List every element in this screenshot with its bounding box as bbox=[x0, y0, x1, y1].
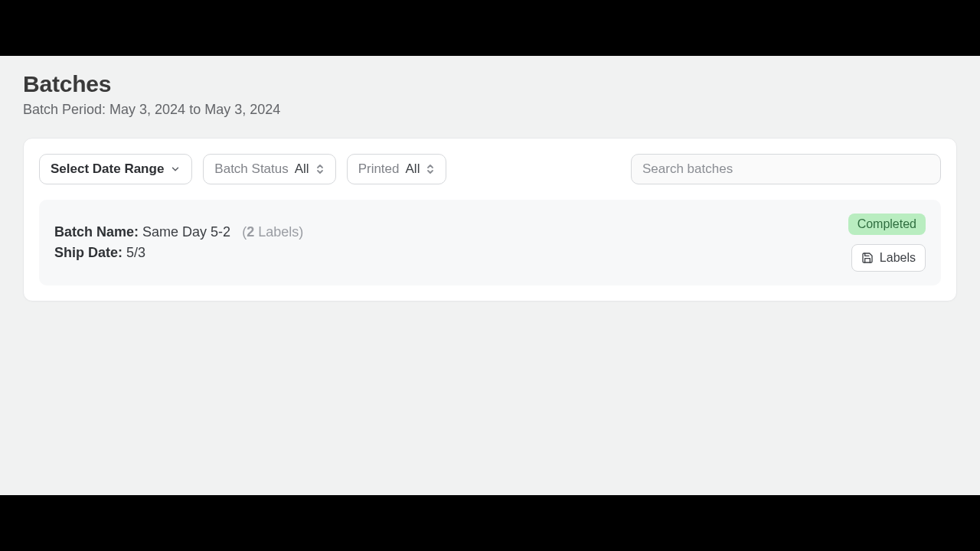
page-title: Batches bbox=[23, 71, 957, 97]
ship-date-line: Ship Date: 5/3 bbox=[54, 245, 303, 261]
letterbox-top bbox=[0, 0, 980, 56]
chevron-down-icon bbox=[170, 164, 181, 174]
labels-button-label: Labels bbox=[880, 251, 916, 265]
batch-name-key: Batch Name: bbox=[54, 224, 139, 240]
batch-status-select[interactable]: Batch Status All bbox=[203, 154, 335, 184]
save-icon bbox=[861, 252, 874, 264]
chevron-up-down-icon bbox=[426, 163, 435, 175]
letterbox-bottom bbox=[0, 495, 980, 551]
search-input[interactable] bbox=[631, 154, 941, 184]
batch-row-left: Batch Name: Same Day 5-2 (2 Labels) Ship… bbox=[54, 224, 303, 261]
batch-status-prefix: Batch Status bbox=[214, 161, 288, 177]
ship-date-key: Ship Date: bbox=[54, 245, 122, 260]
batch-name-value: Same Day 5-2 bbox=[142, 224, 230, 240]
printed-value: All bbox=[406, 161, 420, 177]
batch-row-right: Completed Labels bbox=[848, 214, 926, 272]
date-range-label: Select Date Range bbox=[51, 161, 164, 177]
status-badge: Completed bbox=[848, 214, 926, 235]
printed-prefix: Printed bbox=[358, 161, 400, 177]
labels-button[interactable]: Labels bbox=[851, 244, 926, 272]
batches-card: Select Date Range Batch Status All Print… bbox=[23, 138, 957, 302]
printed-select[interactable]: Printed All bbox=[347, 154, 447, 184]
batch-status-value: All bbox=[295, 161, 309, 177]
page-content: Batches Batch Period: May 3, 2024 to May… bbox=[0, 56, 980, 495]
chevron-up-down-icon bbox=[315, 163, 325, 175]
batch-labels-count: (2 Labels) bbox=[242, 224, 303, 240]
ship-date-value: 5/3 bbox=[126, 245, 145, 260]
filter-row: Select Date Range Batch Status All Print… bbox=[39, 154, 941, 184]
batch-name-line: Batch Name: Same Day 5-2 (2 Labels) bbox=[54, 224, 303, 240]
page-subtitle: Batch Period: May 3, 2024 to May 3, 2024 bbox=[23, 102, 957, 118]
batch-row[interactable]: Batch Name: Same Day 5-2 (2 Labels) Ship… bbox=[39, 200, 941, 285]
date-range-select[interactable]: Select Date Range bbox=[39, 154, 192, 184]
